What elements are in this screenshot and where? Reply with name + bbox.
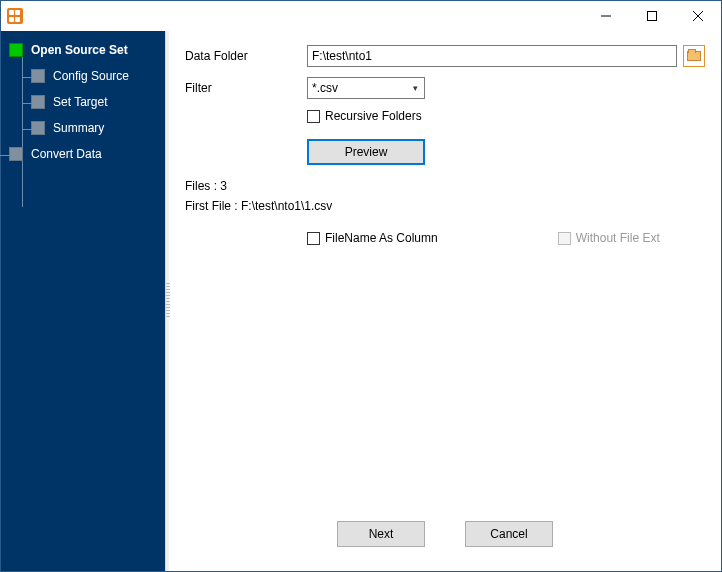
step-marker-active-icon [9,43,23,57]
app-window: Open Source Set Config Source Set Target… [0,0,722,572]
filename-as-column-checkbox[interactable] [307,232,320,245]
preview-button[interactable]: Preview [307,139,425,165]
filename-as-column-option: FileName As Column [307,231,438,245]
close-button[interactable] [675,1,721,31]
first-file: First File : F:\test\nto1\1.csv [185,199,705,213]
data-folder-input[interactable] [307,45,677,67]
step-set-target[interactable]: Set Target [9,95,157,109]
options-row: FileName As Column Without File Ext [307,231,705,245]
maximize-icon [647,11,657,21]
maximize-button[interactable] [629,1,675,31]
files-count: Files : 3 [185,179,705,193]
minimize-button[interactable] [583,1,629,31]
step-config-source[interactable]: Config Source [9,69,157,83]
browse-folder-button[interactable] [683,45,705,67]
recursive-folders-checkbox[interactable] [307,110,320,123]
filter-value: *.csv [308,81,406,95]
without-file-ext-option: Without File Ext [558,231,660,245]
next-button[interactable]: Next [337,521,425,547]
step-label: Config Source [53,69,129,83]
filter-row: Filter *.csv ▾ [185,77,705,99]
spacer [185,245,705,511]
wizard-sidebar: Open Source Set Config Source Set Target… [1,31,165,571]
step-label: Summary [53,121,104,135]
cancel-button[interactable]: Cancel [465,521,553,547]
recursive-folders-label: Recursive Folders [325,109,422,123]
window-controls [583,1,721,31]
data-folder-label: Data Folder [185,49,307,63]
body: Open Source Set Config Source Set Target… [1,31,721,571]
step-marker-icon [9,147,23,161]
preview-button-label: Preview [345,145,388,159]
step-marker-icon [31,69,45,83]
minimize-icon [601,11,611,21]
step-convert-data[interactable]: Convert Data [9,147,157,161]
app-icon [7,8,23,24]
step-label: Set Target [53,95,107,109]
next-button-label: Next [369,527,394,541]
svg-rect-1 [648,12,657,21]
without-file-ext-checkbox [558,232,571,245]
data-folder-row: Data Folder [185,45,705,67]
content-panel: Data Folder Filter *.csv ▾ Recursive Fol… [169,31,721,571]
recursive-folders-row: Recursive Folders [307,109,705,123]
footer: Next Cancel [185,511,705,561]
step-summary[interactable]: Summary [9,121,157,135]
filter-combobox[interactable]: *.csv ▾ [307,77,425,99]
step-label: Convert Data [31,147,102,161]
filter-label: Filter [185,81,307,95]
close-icon [693,11,703,21]
titlebar [1,1,721,31]
chevron-down-icon: ▾ [406,78,424,98]
step-label: Open Source Set [31,43,128,57]
step-marker-icon [31,95,45,109]
folder-icon [687,51,701,61]
step-marker-icon [31,121,45,135]
without-file-ext-label: Without File Ext [576,231,660,245]
step-open-source-set[interactable]: Open Source Set [9,43,157,57]
cancel-button-label: Cancel [490,527,527,541]
filename-as-column-label: FileName As Column [325,231,438,245]
